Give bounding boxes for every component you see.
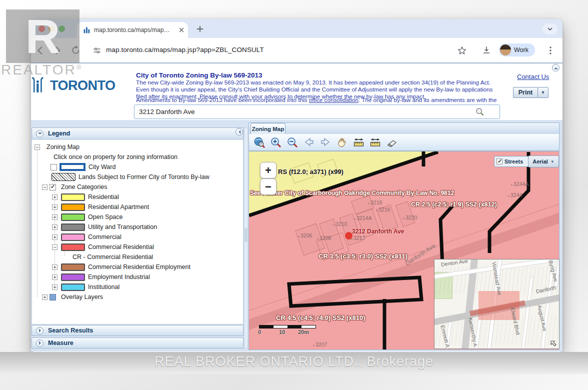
tree-item-city-ward[interactable]: City Ward — [32, 162, 243, 172]
tree-label: Commercial Residential — [88, 244, 154, 250]
map-zoom-in-button[interactable]: + — [260, 162, 276, 178]
tab-close-icon[interactable] — [178, 26, 185, 34]
search-result-marker-label: 3212 Danforth Ave — [352, 228, 404, 235]
house-number: 3220 — [403, 214, 417, 220]
tree-label: Employment Industrial — [88, 274, 150, 280]
expand-toggle-icon[interactable] — [52, 284, 58, 290]
url-text[interactable]: map.toronto.ca/maps/map.jsp?app=ZBL_CONS… — [106, 46, 264, 54]
site-info-icon[interactable] — [92, 46, 102, 55]
profile-chip[interactable]: Work — [499, 44, 535, 56]
tree-item-zone[interactable]: Commercial Residential Employment — [32, 262, 243, 272]
expand-toggle-icon[interactable] — [52, 214, 58, 220]
tree-item-zone[interactable]: Residential — [32, 192, 243, 202]
inset-toggle-arrow-icon[interactable] — [550, 340, 558, 348]
tree-item-zone[interactable]: Open Space — [32, 212, 243, 222]
download-icon[interactable] — [482, 45, 492, 55]
tree-item-zone[interactable]: Residential Apartment — [32, 202, 243, 212]
tree-item-zone-categories[interactable]: Zone Categories — [32, 182, 243, 192]
collapse-header-button[interactable] — [552, 64, 560, 72]
tab-favicon-toronto-icon — [82, 26, 91, 34]
office-consolidation-link[interactable]: office consolidation — [309, 96, 358, 103]
back-icon[interactable] — [35, 45, 46, 56]
clear-graphics-button[interactable] — [385, 136, 398, 148]
map-zoom-out-button[interactable]: − — [260, 178, 276, 195]
print-dropdown-button[interactable]: ▼ — [538, 87, 548, 98]
page-title: City of Toronto Zoning By-law 569-2013 — [136, 72, 262, 79]
tree-label: Utility and Transportation — [88, 224, 157, 230]
tree-item-zone[interactable]: Employment Industrial — [32, 272, 243, 282]
tree-item-overlay-layers[interactable]: Overlay Layers — [32, 292, 243, 302]
tree-item-zone[interactable]: Commercial — [32, 232, 243, 242]
collapse-toggle-icon[interactable] — [34, 144, 40, 150]
previous-extent-button[interactable] — [302, 136, 316, 148]
expand-toggle-icon[interactable] — [52, 204, 58, 210]
browser-menu-icon[interactable] — [546, 46, 555, 56]
zone-swatch — [61, 274, 85, 281]
next-extent-button[interactable] — [319, 136, 332, 148]
legend-title: Legend — [48, 130, 70, 137]
measure-distance-button[interactable] — [352, 136, 365, 148]
expand-toggle-icon[interactable] — [52, 234, 58, 240]
legend-collapse-icon[interactable] — [36, 130, 44, 138]
sidebar-splitter[interactable] — [244, 128, 248, 348]
overlay-layers-checkbox[interactable] — [50, 294, 56, 300]
tree-item-zone[interactable]: Utility and Transportation — [32, 222, 243, 232]
measure-expand-icon[interactable] — [36, 340, 44, 347]
bookmark-star-icon[interactable] — [457, 46, 467, 56]
measure-area-button[interactable] — [368, 136, 382, 148]
maximize-window-button[interactable] — [58, 26, 65, 32]
measure-panel-header[interactable]: Measure — [32, 338, 244, 348]
collapse-toggle-icon[interactable] — [52, 244, 58, 250]
minimize-window-button[interactable] — [48, 26, 55, 32]
address-search-input[interactable] — [134, 104, 500, 119]
search-results-expand-icon[interactable] — [36, 327, 44, 334]
zone-categories-checkbox[interactable] — [50, 184, 56, 190]
house-number: 3214A — [354, 215, 372, 221]
tree-item-zone[interactable]: Commercial Residential — [32, 242, 243, 252]
legend-panel-header[interactable]: Legend — [32, 128, 244, 140]
expand-toggle-icon[interactable] — [52, 224, 58, 230]
search-results-panel-header[interactable]: Search Results — [32, 325, 244, 336]
contact-us-link[interactable]: Contact Us — [517, 73, 549, 80]
zone-label-rs: RS (f12.0; a371) (x99) — [278, 168, 344, 176]
search-result-marker[interactable] — [345, 232, 352, 240]
sidebar-collapse-button[interactable] — [236, 128, 243, 136]
overview-inset-map[interactable]: Denton Ave Wanstead Ave Byng Ave Danfort… — [434, 259, 560, 349]
expand-toggle-icon[interactable] — [52, 274, 58, 280]
tree-item-zone[interactable]: Institutional — [32, 282, 243, 292]
zoom-fullextent-button[interactable] — [253, 136, 266, 148]
pan-button[interactable] — [336, 136, 348, 148]
zone-swatch — [61, 234, 85, 241]
zoom-in-button[interactable] — [270, 136, 282, 148]
zoning-map-tab[interactable]: Zoning Map — [250, 123, 286, 134]
brokerage-watermark-text: REAL BROKER ONTARIO LTD., Brokerage — [0, 354, 588, 370]
forward-icon[interactable] — [52, 45, 63, 56]
collapse-toggle-icon[interactable] — [42, 184, 48, 190]
zoom-out-button[interactable] — [286, 136, 299, 148]
tab-search-chevron-button[interactable] — [542, 24, 558, 34]
print-button[interactable]: Print — [513, 87, 538, 98]
tree-label: Overlay Layers — [61, 294, 103, 300]
zone-label-cr45: CR 4.5 (c4.5; r4.0) SS2 (x810) — [276, 314, 365, 322]
legend-tree: Zoning Map Click once on property for zo… — [32, 142, 243, 302]
city-ward-checkbox[interactable] — [50, 164, 57, 170]
aerial-dropdown[interactable]: Aerial ▼ — [528, 156, 559, 168]
close-window-button[interactable] — [38, 26, 45, 32]
tree-item-zoning-map[interactable]: Zoning Map — [32, 142, 243, 152]
zone-label-cr35: CR 3.5 (c3.5; r3.0) SS2 (x811) — [318, 252, 408, 260]
reload-icon[interactable] — [70, 45, 81, 56]
expand-toggle-icon[interactable] — [52, 264, 58, 270]
scale-bar — [259, 325, 316, 328]
scale-label-20m: 20m — [298, 329, 309, 335]
tree-item-cr-subitem[interactable]: CR - Commercial Residential — [32, 252, 243, 262]
toronto-logo-text: TORONTO — [50, 78, 116, 94]
streets-checkbox[interactable] — [496, 158, 502, 164]
streets-toggle[interactable]: Streets — [494, 156, 529, 167]
search-icon[interactable] — [475, 107, 484, 116]
expand-toggle-icon[interactable] — [52, 194, 58, 200]
new-tab-button[interactable] — [196, 25, 204, 33]
zone-swatch — [61, 224, 85, 231]
expand-toggle-icon[interactable] — [42, 294, 48, 300]
toronto-cityhall-icon — [30, 74, 49, 94]
profile-name: Work — [514, 46, 528, 54]
